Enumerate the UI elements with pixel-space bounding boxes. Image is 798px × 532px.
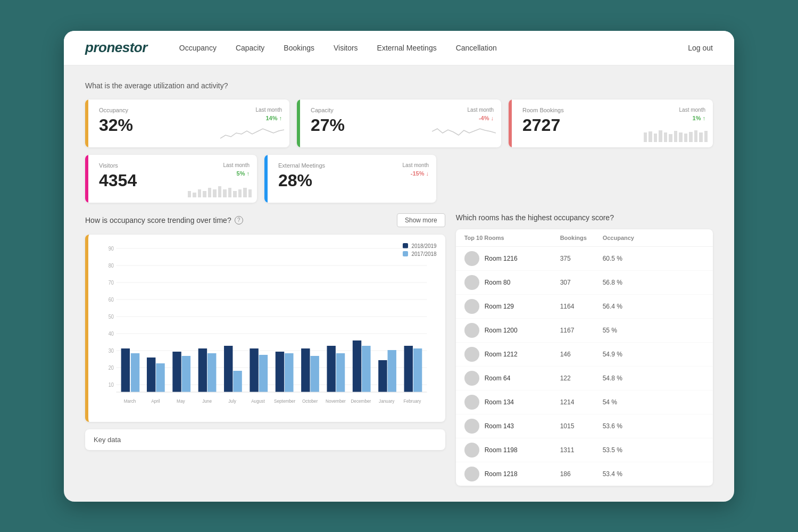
room-occupancy-cell: 53.4 % bbox=[603, 470, 645, 478]
th-occupancy: Occupancy bbox=[603, 235, 645, 241]
nav-cancellation[interactable]: Cancellation bbox=[456, 44, 497, 52]
nav-visitors[interactable]: Visitors bbox=[334, 44, 358, 52]
navbar: pronestor Occupancy Capacity Bookings Vi… bbox=[64, 31, 734, 65]
chart-title: How is occupancy score trending over tim… bbox=[85, 216, 243, 225]
svg-rect-40 bbox=[310, 356, 319, 392]
occupancy-mini-chart bbox=[220, 123, 284, 142]
nav-bookings[interactable]: Bookings bbox=[284, 44, 314, 52]
occupancy-last: Last month 14% ↑ bbox=[256, 107, 282, 122]
show-more-button[interactable]: Show more bbox=[397, 213, 445, 227]
room-cell: Room 129 bbox=[464, 299, 560, 314]
table-row: Room 129 1164 56.4 % bbox=[456, 295, 713, 319]
bookings-label: Room Bookings bbox=[522, 107, 704, 113]
rooms-tbody: Room 1216 375 60.5 % Room 80 307 56.8 % … bbox=[456, 247, 713, 486]
svg-rect-27 bbox=[198, 348, 207, 392]
svg-text:70: 70 bbox=[109, 279, 114, 285]
svg-rect-37 bbox=[285, 353, 293, 392]
svg-rect-49 bbox=[388, 350, 396, 392]
table-row: Room 1218 186 53.4 % bbox=[456, 462, 713, 486]
bookings-last-value: 1% ↑ bbox=[693, 115, 705, 121]
external-meetings-card: External Meetings 28% Last month -15% ↓ bbox=[264, 155, 436, 203]
occupancy-border bbox=[85, 99, 88, 147]
app-container: pronestor Occupancy Capacity Bookings Vi… bbox=[64, 31, 734, 502]
room-avatar bbox=[464, 299, 479, 314]
external-meetings-last-label: Last month bbox=[403, 162, 429, 168]
room-bookings-cell: 1214 bbox=[560, 398, 603, 406]
table-header: Top 10 Rooms Bookings Occupancy bbox=[456, 229, 713, 247]
svg-rect-25 bbox=[182, 356, 190, 392]
svg-rect-52 bbox=[413, 348, 422, 392]
table-row: Room 1212 146 54.9 % bbox=[456, 343, 713, 367]
table-row: Room 80 307 56.8 % bbox=[456, 271, 713, 295]
visitors-last-value: 5% ↑ bbox=[237, 170, 250, 177]
bar-chart-container: 2018/2019 2017/2018 bbox=[85, 235, 445, 422]
room-cell: Room 1218 bbox=[464, 467, 560, 481]
svg-text:May: May bbox=[177, 398, 185, 403]
bookings-mini-chart bbox=[644, 123, 708, 142]
svg-rect-42 bbox=[327, 346, 335, 392]
svg-rect-28 bbox=[207, 353, 216, 392]
svg-rect-39 bbox=[301, 348, 310, 392]
capacity-last-label: Last month bbox=[468, 107, 494, 113]
visitors-last-label: Last month bbox=[223, 162, 250, 168]
chart-section: How is occupancy score trending over tim… bbox=[85, 213, 445, 486]
room-avatar bbox=[464, 251, 479, 266]
room-cell: Room 143 bbox=[464, 419, 560, 434]
room-occupancy-cell: 53.6 % bbox=[603, 422, 645, 430]
occupancy-card: Occupancy 32% Last month 14% ↑ bbox=[85, 99, 289, 147]
rooms-table: Top 10 Rooms Bookings Occupancy Room 121… bbox=[456, 229, 713, 486]
room-occupancy-cell: 56.4 % bbox=[603, 303, 645, 310]
svg-rect-31 bbox=[233, 371, 242, 392]
room-bookings-cell: 122 bbox=[560, 375, 603, 382]
table-row: Room 1216 375 60.5 % bbox=[456, 247, 713, 271]
room-bookings-cell: 1311 bbox=[560, 446, 603, 454]
svg-text:July: July bbox=[228, 398, 236, 403]
logo: pronestor bbox=[85, 39, 147, 56]
stat-cards-row-1: Occupancy 32% Last month 14% ↑ Capacity … bbox=[85, 99, 713, 147]
room-cell: Room 1216 bbox=[464, 251, 560, 266]
svg-rect-33 bbox=[250, 348, 258, 392]
room-cell: Room 1198 bbox=[464, 443, 560, 458]
room-name: Room 64 bbox=[485, 375, 511, 382]
stat-cards-row-2: Visitors 4354 Last month 5% ↑ bbox=[85, 155, 436, 203]
room-bookings-cell: 1015 bbox=[560, 422, 603, 430]
room-cell: Room 134 bbox=[464, 395, 560, 410]
chart-header: How is occupancy score trending over tim… bbox=[85, 213, 445, 227]
external-meetings-last: Last month -15% ↓ bbox=[403, 162, 429, 178]
svg-text:20: 20 bbox=[109, 364, 114, 370]
nav-capacity[interactable]: Capacity bbox=[236, 44, 264, 52]
svg-text:March: March bbox=[124, 398, 136, 403]
external-meetings-last-value: -15% ↓ bbox=[411, 170, 429, 177]
svg-rect-19 bbox=[131, 353, 139, 392]
svg-rect-46 bbox=[362, 346, 370, 392]
room-occupancy-cell: 54 % bbox=[603, 398, 645, 406]
key-data-label: Key data bbox=[94, 436, 121, 444]
svg-rect-30 bbox=[224, 346, 232, 392]
svg-text:January: January bbox=[379, 398, 395, 403]
svg-text:April: April bbox=[151, 398, 160, 403]
svg-rect-48 bbox=[378, 360, 387, 392]
section-title: What is the average utilization and acti… bbox=[85, 81, 713, 90]
svg-rect-43 bbox=[336, 353, 345, 392]
capacity-last-value: -4% ↓ bbox=[479, 115, 494, 121]
room-cell: Room 1200 bbox=[464, 323, 560, 338]
svg-text:30: 30 bbox=[109, 347, 114, 353]
svg-text:September: September bbox=[274, 398, 295, 403]
nav-occupancy[interactable]: Occupancy bbox=[179, 44, 217, 52]
logout-button[interactable]: Log out bbox=[688, 44, 713, 52]
svg-text:80: 80 bbox=[109, 262, 114, 268]
bar-chart-area: 90 80 70 60 50 40 30 20 10 bbox=[97, 243, 437, 413]
th-rooms: Top 10 Rooms bbox=[464, 235, 560, 241]
help-icon[interactable]: ? bbox=[235, 216, 243, 225]
room-bookings-cell: 186 bbox=[560, 470, 603, 478]
room-avatar bbox=[464, 275, 479, 290]
table-row: Room 1200 1167 55 % bbox=[456, 319, 713, 343]
room-cell: Room 80 bbox=[464, 275, 560, 290]
room-occupancy-cell: 56.8 % bbox=[603, 279, 645, 286]
nav-external-meetings[interactable]: External Meetings bbox=[377, 44, 437, 52]
svg-rect-51 bbox=[404, 346, 413, 392]
occupancy-last-label: Last month bbox=[256, 107, 282, 113]
svg-text:50: 50 bbox=[109, 313, 114, 319]
svg-rect-36 bbox=[276, 352, 284, 392]
visitors-card: Visitors 4354 Last month 5% ↑ bbox=[85, 155, 257, 203]
